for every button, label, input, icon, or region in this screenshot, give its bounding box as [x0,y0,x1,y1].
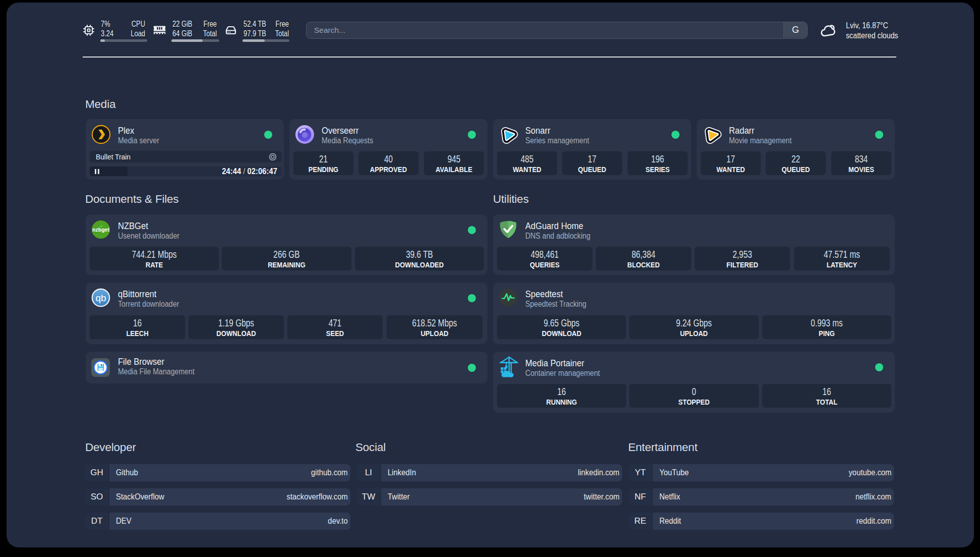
svg-text:nzbget: nzbget [92,227,109,233]
svg-text:qb: qb [95,293,106,303]
